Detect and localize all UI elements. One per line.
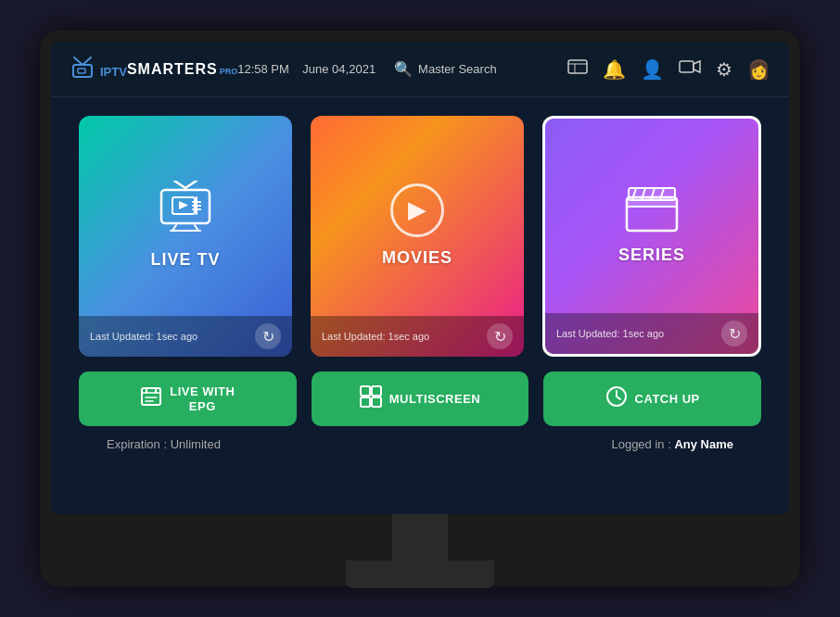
svg-rect-35 [361, 386, 370, 396]
svg-rect-38 [372, 397, 381, 407]
logo-smarters-text: SMARTERS [127, 61, 218, 78]
tv-frame: IPTV SMARTERS PRO 12:58 PM June 04,2021 … [40, 31, 800, 586]
movies-footer: Last Updated: 1sec ago ↻ [311, 316, 524, 357]
svg-rect-37 [361, 397, 370, 407]
tv-stand [51, 514, 789, 596]
record-icon[interactable] [679, 59, 701, 79]
app-logo: IPTV SMARTERS PRO [70, 54, 237, 85]
nav-icons: 🔔 👤 ⚙ 👩 [567, 58, 770, 81]
datetime-display: 12:58 PM June 04,2021 [237, 62, 375, 76]
notification-icon[interactable]: 🔔 [603, 58, 626, 81]
search-icon: 🔍 [394, 60, 413, 78]
multiscreen-card[interactable]: MULTISCREEN [312, 371, 529, 426]
logged-in-label: Logged in : [611, 437, 670, 451]
live-tv-card[interactable]: LIVE TV Last Updated: 1sec ago ↻ [79, 116, 292, 357]
movies-updated: Last Updated: 1sec ago [322, 331, 429, 342]
tv-screen: IPTV SMARTERS PRO 12:58 PM June 04,2021 … [51, 42, 789, 514]
svg-rect-7 [680, 61, 694, 72]
series-refresh[interactable]: ↻ [721, 321, 747, 346]
user-icon[interactable]: 👤 [641, 58, 664, 81]
svg-line-9 [174, 181, 185, 188]
expiration-label: Expiration : [107, 437, 167, 451]
tv-antenna-icon [70, 54, 95, 85]
cards-row: LIVE TV Last Updated: 1sec ago ↻ ▶ MOVIE… [79, 116, 761, 357]
svg-line-1 [83, 57, 91, 65]
svg-marker-8 [694, 61, 700, 72]
svg-line-10 [185, 181, 197, 188]
live-epg-card[interactable]: LIVE WITH EPG [79, 371, 297, 426]
svg-rect-36 [372, 386, 381, 396]
search-label: Master Search [418, 62, 497, 76]
movies-refresh[interactable]: ↻ [487, 323, 513, 349]
logged-in-value: Any Name [674, 437, 733, 451]
master-search[interactable]: 🔍 Master Search [394, 60, 497, 78]
svg-rect-29 [142, 388, 160, 405]
catchup-card[interactable]: CATCH UP [543, 371, 761, 426]
svg-rect-3 [78, 69, 85, 73]
movies-card[interactable]: ▶ MOVIES Last Updated: 1sec ago ↻ [311, 116, 524, 357]
live-tv-title: LIVE TV [150, 250, 220, 270]
main-content: LIVE TV Last Updated: 1sec ago ↻ ▶ MOVIE… [51, 97, 789, 514]
svg-line-0 [74, 57, 83, 65]
logged-in-info: Logged in : Any Name [611, 437, 733, 451]
user-add-icon[interactable]: 👩 [747, 58, 770, 81]
live-tv-footer: Last Updated: 1sec ago ↻ [79, 316, 292, 357]
time-display: 12:58 PM [237, 62, 289, 76]
settings-icon[interactable]: ⚙ [716, 58, 732, 81]
svg-rect-4 [568, 60, 587, 73]
multiscreen-icon [360, 385, 382, 413]
logo-iptv-text: IPTV [100, 66, 127, 78]
live-tv-updated: Last Updated: 1sec ago [90, 331, 197, 342]
tv-neck [392, 514, 448, 560]
multiscreen-label: MULTISCREEN [389, 392, 480, 407]
series-clapper-icon [625, 186, 679, 238]
series-title: SERIES [618, 246, 685, 265]
movies-title: MOVIES [382, 248, 452, 268]
tv-guide-icon[interactable] [567, 59, 588, 79]
live-epg-label: LIVE WITH EPG [170, 384, 235, 413]
logo-pro-text: PRO [220, 67, 238, 76]
series-updated: Last Updated: 1sec ago [556, 328, 664, 339]
expiration-value: Unlimited [171, 437, 221, 451]
footer-info: Expiration : Unlimited Logged in : Any N… [79, 426, 761, 451]
series-card[interactable]: SERIES Last Updated: 1sec ago ↻ [542, 116, 761, 357]
series-footer: Last Updated: 1sec ago ↻ [545, 313, 758, 354]
svg-rect-2 [73, 65, 92, 77]
header: IPTV SMARTERS PRO 12:58 PM June 04,2021 … [51, 42, 789, 97]
bottom-cards-row: LIVE WITH EPG MULTISCREEN [79, 371, 761, 426]
live-tv-refresh[interactable]: ↻ [255, 323, 281, 349]
svg-rect-11 [161, 190, 210, 223]
live-tv-icon [158, 181, 213, 243]
tv-base [346, 560, 494, 588]
expiration-info: Expiration : Unlimited [107, 437, 221, 451]
catchup-icon [605, 385, 628, 413]
catchup-label: CATCH UP [635, 392, 700, 407]
svg-marker-13 [179, 201, 188, 209]
epg-icon [140, 385, 162, 413]
date-display: June 04,2021 [302, 62, 375, 76]
movies-play-icon: ▶ [390, 183, 444, 237]
